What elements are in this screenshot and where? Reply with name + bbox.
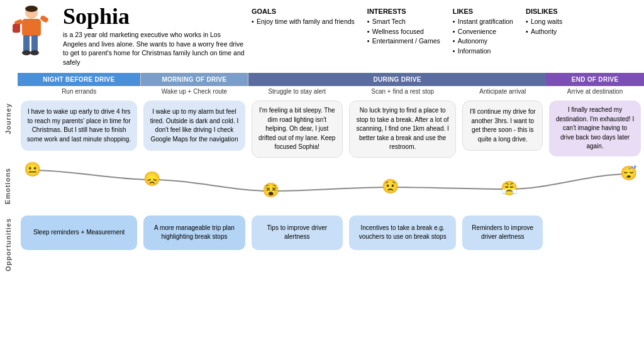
list-item: Information [453, 47, 513, 56]
journey-map: NIGHT BEFORE DRIVE MORNING OF DRIVE DURI… [0, 73, 644, 276]
goals-heading: GOALS [252, 8, 355, 15]
journey-card-3: No luck trying to find a place to stop t… [346, 98, 460, 160]
opp-3: Incentives to take a break e.g. vouchers… [346, 213, 460, 276]
list-item: Wellness focused [367, 28, 440, 36]
journey-row: Journey I have to wake up early to drive… [0, 98, 644, 160]
action-3: Scan + find a rest stop [346, 86, 460, 98]
svg-point-5 [22, 50, 31, 55]
interests-col: INTERESTS Smart TechWellness focusedEnte… [367, 8, 440, 57]
journey-card-1: I wake up to my alarm but feel tired. Ou… [140, 98, 248, 160]
list-item: Smart Tech [367, 18, 440, 26]
emotions-section-label: Emotions [0, 160, 18, 213]
dislikes-heading: DISLIKES [526, 8, 562, 15]
phase-header-row: NIGHT BEFORE DRIVE MORNING OF DRIVE DURI… [0, 73, 644, 86]
journey-section-label: Journey [0, 98, 18, 160]
persona-info: Sophia is a 23 year old marketing execut… [63, 5, 245, 67]
action-1: Wake up + Check route [140, 86, 248, 98]
phase-night: NIGHT BEFORE DRIVE [18, 73, 140, 86]
action-2: Struggle to stay alert [248, 86, 346, 98]
emotion-emoji: 😞 [143, 171, 160, 187]
phase-morning: MORNING OF DRIVE [140, 73, 248, 86]
action-0: Run errands [18, 86, 140, 98]
emotion-emoji: 😤 [501, 180, 518, 197]
emoji-container: 😐😞😵😟😤😴 [20, 161, 641, 212]
journey-card-2: I'm feeling a bit sleepy. The dim road l… [248, 98, 346, 160]
action-4: Anticipate arrival [459, 86, 546, 98]
dislikes-list: Long waitsAuthority [526, 18, 562, 36]
opp-1: A more manageable trip plan highlighting… [140, 213, 248, 276]
opp-0: Sleep reminders + Measurement [18, 213, 140, 276]
action-5: Arrive at destination [546, 86, 644, 98]
list-item: Enjoy time with family and friends [252, 18, 355, 26]
emotions-chart: 😐😞😵😟😤😴 [18, 160, 644, 213]
opportunities-row: Opportunities Sleep reminders + Measurem… [0, 213, 644, 276]
action-row: Run errands Wake up + Check route Strugg… [0, 86, 644, 98]
svg-rect-3 [23, 35, 30, 53]
svg-rect-8 [40, 15, 49, 23]
svg-rect-4 [31, 35, 38, 53]
persona-name: Sophia [63, 5, 245, 28]
emotion-emoji: 😵 [262, 182, 279, 199]
persona-avatar [6, 5, 57, 69]
likes-heading: LIKES [453, 8, 513, 15]
opportunities-section-label: Opportunities [0, 213, 18, 276]
persona-header: Sophia is a 23 year old marketing execut… [0, 0, 644, 73]
svg-rect-9 [13, 24, 20, 33]
list-item: Entertainment / Games [367, 37, 440, 46]
emotions-row: Emotions 😐😞😵😟😤😴 [0, 160, 644, 213]
journey-card-4: I'll continue my drive for another 3hrs.… [459, 98, 546, 160]
opp-2: Tips to improve driver alertness [248, 213, 346, 276]
list-item: Instant gratification [453, 18, 513, 26]
persona-description: is a 23 year old marketing executive who… [63, 30, 245, 67]
svg-point-6 [30, 50, 39, 55]
list-item: Convenience [453, 28, 513, 36]
likes-col: LIKES Instant gratificationConvenienceAu… [453, 8, 513, 57]
emotion-emoji: 😐 [24, 161, 41, 178]
emotion-emoji: 😴 [620, 165, 637, 182]
goals-col: GOALS Enjoy time with family and friends [252, 8, 355, 57]
svg-rect-2 [22, 19, 41, 36]
opp-5 [546, 213, 644, 276]
likes-list: Instant gratificationConvenienceAutonomy… [453, 18, 513, 56]
journey-card-0: I have to wake up early to drive 4 hrs t… [18, 98, 140, 160]
phase-end: END OF DRIVE [546, 73, 644, 86]
phase-during: DURING DRIVE [248, 73, 547, 86]
list-item: Long waits [526, 18, 562, 26]
list-item: Authority [526, 28, 562, 36]
interests-list: Smart TechWellness focusedEntertainment … [367, 18, 440, 46]
goals-list: Enjoy time with family and friends [252, 18, 355, 26]
emotion-emoji: 😟 [382, 178, 399, 195]
journey-card-5: I finally reached my destination. I'm ex… [546, 98, 644, 160]
dislikes-col: DISLIKES Long waitsAuthority [526, 8, 562, 57]
opp-4: Reminders to improve driver alertness [459, 213, 546, 276]
persona-attributes: GOALS Enjoy time with family and friends… [252, 8, 638, 57]
svg-point-1 [25, 6, 38, 12]
list-item: Autonomy [453, 37, 513, 46]
interests-heading: INTERESTS [367, 8, 440, 15]
